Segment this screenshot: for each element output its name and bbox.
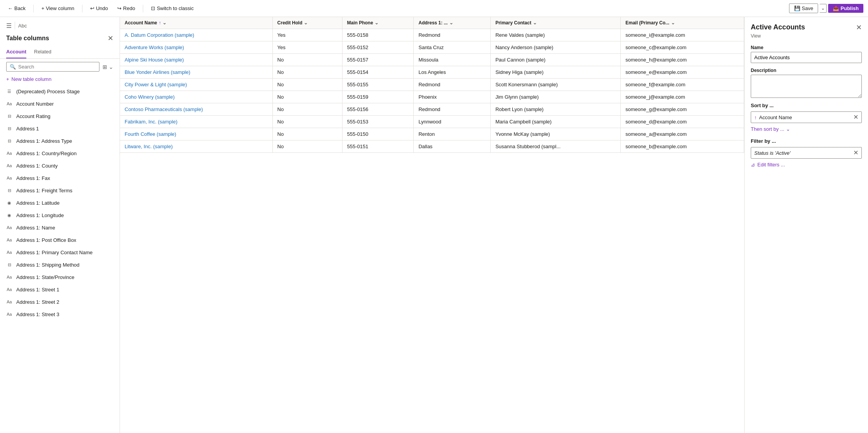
filter-dropdown-icon[interactable]: ⌄	[163, 20, 166, 26]
save-label: Save	[802, 5, 813, 11]
table-cell: Adventure Works (sample)	[120, 41, 272, 54]
header-row: Account Name ↑ ⌄Credit Hold ⌄Main Phone …	[120, 17, 744, 29]
filter-remove-button[interactable]: ✕	[853, 150, 858, 156]
edit-filters-button[interactable]: ⊿ Edit filters ...	[751, 162, 862, 168]
filter-value-label: Status is 'Active'	[754, 150, 791, 156]
back-button[interactable]: ← Back	[5, 4, 29, 13]
redo-button[interactable]: ↪ Redo	[114, 4, 138, 13]
column-list-item[interactable]: Aa Address 1: State/Province	[0, 271, 120, 283]
view-column-button[interactable]: + View column	[38, 4, 77, 13]
right-panel-header: Active Accounts ✕	[751, 23, 862, 32]
table-cell: Fourth Coffee (sample)	[120, 128, 272, 140]
column-list-item[interactable]: ◉ Address 1: Latitude	[0, 197, 120, 209]
column-type-icon: Aa	[6, 224, 12, 231]
column-list-item[interactable]: Aa Address 1: Primary Contact Name	[0, 246, 120, 258]
table-cell: Scott Konersmann (sample)	[491, 79, 621, 91]
column-list-item[interactable]: Aa Address 1: Street 3	[0, 308, 120, 320]
column-list-item[interactable]: Aa Address 1: Post Office Box	[0, 234, 120, 246]
new-column-button[interactable]: + New table column	[0, 75, 120, 85]
description-field-textarea[interactable]	[751, 75, 862, 98]
table-cell: Yes	[272, 41, 342, 54]
column-list-item[interactable]: Aa Account Number	[0, 98, 120, 110]
table-row[interactable]: Contoso Pharmaceuticals (sample)No555-01…	[120, 103, 744, 116]
undo-label: Undo	[96, 5, 108, 11]
table-column-header: Account Name ↑ ⌄	[120, 17, 272, 29]
column-item-label: Address 1: Fax	[16, 175, 50, 181]
save-chevron[interactable]: ⌄	[820, 4, 827, 13]
table-cell: 555-0153	[342, 116, 414, 128]
column-list-item[interactable]: ⊟ Address 1: Shipping Method	[0, 258, 120, 271]
search-input[interactable]	[18, 64, 96, 70]
table-row[interactable]: Fabrikam, Inc. (sample)No555-0153Lynnwoo…	[120, 116, 744, 128]
column-list-item[interactable]: Aa Address 1: Street 1	[0, 283, 120, 296]
table-cell: Litware, Inc. (sample)	[120, 140, 272, 153]
back-icon: ←	[8, 5, 13, 11]
column-list-item[interactable]: ⊟ Address 1: Freight Terms	[0, 184, 120, 197]
save-button[interactable]: 💾 Save	[789, 3, 818, 13]
column-item-label: Address 1: Post Office Box	[16, 237, 76, 243]
table-row[interactable]: Blue Yonder Airlines (sample)No555-0154L…	[120, 66, 744, 79]
column-item-label: Address 1	[16, 126, 39, 132]
right-panel-close-button[interactable]: ✕	[856, 23, 862, 32]
table-cell: 555-0159	[342, 91, 414, 103]
table-cell: Contoso Pharmaceuticals (sample)	[120, 103, 272, 116]
sort-remove-button[interactable]: ✕	[853, 114, 858, 120]
column-type-icon: ⊟	[6, 125, 12, 132]
table-row[interactable]: Alpine Ski House (sample)No555-0157Misso…	[120, 54, 744, 66]
column-item-label: (Deprecated) Process Stage	[16, 89, 80, 94]
description-field-label: Description	[751, 68, 862, 73]
publish-button[interactable]: 📤 Publish	[828, 4, 863, 13]
column-list-item[interactable]: ⊟ Account Rating	[0, 110, 120, 122]
filter-button[interactable]: ⊞ ⌄	[103, 64, 113, 70]
name-field-input[interactable]	[751, 52, 862, 63]
sidebar-header: Table columns ✕	[0, 29, 120, 43]
column-list-item[interactable]: ☰ (Deprecated) Process Stage	[0, 85, 120, 98]
column-list-item[interactable]: Aa Address 1: Name	[0, 221, 120, 234]
column-type-icon: ⊟	[6, 138, 12, 144]
table-row[interactable]: Fourth Coffee (sample)No555-0150RentonYv…	[120, 128, 744, 140]
filter-dropdown-icon[interactable]: ⌄	[375, 20, 378, 26]
sidebar-close-button[interactable]: ✕	[108, 34, 113, 43]
table-column-header: Email (Primary Co... ⌄	[621, 17, 744, 29]
view-column-label: View column	[46, 5, 74, 11]
column-list-item[interactable]: Aa Address 1: Country/Region	[0, 147, 120, 159]
table-column-header: Main Phone ⌄	[342, 17, 414, 29]
column-item-label: Address 1: Street 3	[16, 311, 59, 317]
column-list-item[interactable]: Aa Address 1: Street 2	[0, 296, 120, 308]
sort-chip: ↑ Account Name ✕	[751, 111, 862, 123]
table-cell: Redmond	[414, 29, 491, 41]
column-type-icon: ⊟	[6, 113, 12, 119]
table-row[interactable]: Coho Winery (sample)No555-0159PhoenixJim…	[120, 91, 744, 103]
tab-account[interactable]: Account	[6, 46, 26, 58]
column-type-icon: Aa	[6, 311, 12, 317]
filter-dropdown-icon[interactable]: ⌄	[449, 20, 453, 26]
filter-dropdown-icon[interactable]: ⌄	[671, 20, 675, 26]
filter-dropdown-icon[interactable]: ⌄	[533, 20, 537, 26]
switch-classic-button[interactable]: ⊡ Switch to classic	[148, 4, 197, 13]
then-sort-button[interactable]: Then sort by ... ⌄	[751, 126, 862, 132]
table-row[interactable]: City Power & Light (sample)No555-0155Red…	[120, 79, 744, 91]
table-cell: someone_g@example.com	[621, 103, 744, 116]
column-list-item[interactable]: Aa Address 1: County	[0, 159, 120, 172]
switch-label: Switch to classic	[157, 5, 193, 11]
tab-related[interactable]: Related	[34, 46, 51, 58]
table-row[interactable]: Litware, Inc. (sample)No555-0151DallasSu…	[120, 140, 744, 153]
column-list-item[interactable]: Aa Address 1: Fax	[0, 172, 120, 184]
publish-icon: 📤	[833, 5, 839, 11]
table-row[interactable]: Adventure Works (sample)Yes555-0152Santa…	[120, 41, 744, 54]
right-panel-subtitle: View	[751, 33, 862, 39]
column-list-item[interactable]: ⊟ Address 1	[0, 122, 120, 135]
column-list-item[interactable]: ◉ Address 1: Longitude	[0, 209, 120, 221]
topbar: ← Back + View column ↩ Undo ↪ Redo ⊡ Swi…	[0, 0, 868, 17]
topbar-separator-1	[33, 5, 34, 12]
column-list-item[interactable]: ⊟ Address 1: Address Type	[0, 135, 120, 147]
column-type-icon: ⊟	[6, 187, 12, 193]
undo-button[interactable]: ↩ Undo	[87, 4, 111, 13]
hamburger-button[interactable]: ☰	[6, 22, 12, 29]
table-row[interactable]: A. Datum Corporation (sample)Yes555-0158…	[120, 29, 744, 41]
sidebar-title: Table columns	[6, 35, 49, 42]
filter-dropdown-icon[interactable]: ⌄	[304, 20, 308, 26]
sort-asc-icon: ↑	[159, 20, 161, 26]
table-cell: Los Angeles	[414, 66, 491, 79]
column-type-icon: Aa	[6, 237, 12, 243]
